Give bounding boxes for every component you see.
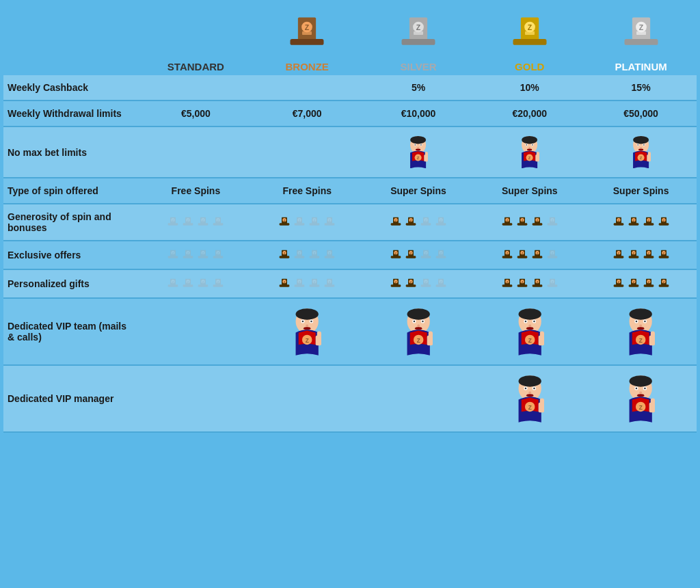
svg-rect-153 <box>280 256 290 258</box>
gold-header: Z GOLD <box>474 7 585 75</box>
svg-point-33 <box>522 136 537 144</box>
cell-7-2: Z <box>363 298 474 365</box>
rating-icons: Z Z Z Z <box>478 248 581 262</box>
svg-rect-89 <box>391 224 401 226</box>
svg-point-333 <box>630 309 652 321</box>
svg-point-300 <box>302 321 304 322</box>
svg-text:Z: Z <box>440 281 442 284</box>
svg-text:Z: Z <box>663 281 664 284</box>
svg-rect-257 <box>421 285 431 287</box>
svg-rect-237 <box>295 285 305 287</box>
svg-text:Z: Z <box>507 219 508 222</box>
rating-icons: Z Z Z Z <box>144 277 247 291</box>
svg-text:Z: Z <box>395 281 396 284</box>
cell-8-2 <box>363 365 474 432</box>
svg-text:Z: Z <box>507 252 508 255</box>
cell-1-0: €5,000 <box>140 101 252 126</box>
cell-7-0 <box>140 298 252 365</box>
svg-rect-249 <box>391 285 401 287</box>
row-label: Dedicated VIP team (mails & calls) <box>3 298 140 365</box>
svg-point-24 <box>415 144 416 146</box>
svg-rect-77 <box>295 224 305 226</box>
svg-rect-157 <box>295 256 305 258</box>
svg-point-301 <box>310 321 312 322</box>
rating-icons: Z Z Z Z <box>367 277 470 291</box>
bronze-header: Z BRONZE <box>252 7 363 75</box>
cell-2-1 <box>252 126 363 178</box>
cell-3-3: Super Spins <box>474 178 585 204</box>
svg-text:Z: Z <box>425 252 427 255</box>
tier-header-row: STANDARD Z BRONZE <box>3 7 697 75</box>
svg-text:Z: Z <box>528 156 531 160</box>
cell-3-2: Super Spins <box>363 178 474 204</box>
svg-rect-245 <box>325 285 335 287</box>
rating-icons: Z Z Z Z <box>144 215 247 229</box>
svg-point-303 <box>304 328 310 330</box>
svg-rect-253 <box>406 285 416 287</box>
svg-point-350 <box>528 392 531 394</box>
svg-text:Z: Z <box>528 23 533 31</box>
svg-text:Z: Z <box>633 281 634 284</box>
svg-text:Z: Z <box>172 219 174 222</box>
svg-rect-331 <box>539 332 543 338</box>
rating-icons: Z Z Z Z <box>256 277 359 291</box>
cell-2-0 <box>140 126 252 178</box>
svg-rect-367 <box>651 399 655 405</box>
svg-text:Z: Z <box>314 281 315 284</box>
cell-6-4: Z Z Z Z <box>585 269 697 298</box>
svg-text:Z: Z <box>618 252 619 255</box>
svg-text:Z: Z <box>537 281 538 284</box>
svg-text:Z: Z <box>633 252 634 255</box>
svg-rect-221 <box>183 285 193 287</box>
svg-rect-145 <box>198 256 208 258</box>
svg-point-49 <box>643 144 645 146</box>
table-row: Personalized gifts Z Z Z Z Z Z Z <box>3 269 697 298</box>
svg-text:Z: Z <box>425 281 427 284</box>
svg-text:Z: Z <box>284 219 285 222</box>
svg-point-338 <box>640 325 643 327</box>
svg-point-315 <box>415 328 422 330</box>
svg-rect-307 <box>317 332 321 338</box>
cell-4-3: Z Z Z Z <box>474 204 585 241</box>
svg-text:Z: Z <box>648 252 649 255</box>
cell-0-3: 10% <box>474 75 585 101</box>
table-row: Generosity of spin and bonuses Z Z Z Z Z… <box>3 204 697 241</box>
svg-rect-201 <box>613 256 623 258</box>
svg-text:Z: Z <box>522 281 523 284</box>
svg-rect-319 <box>429 332 433 338</box>
svg-rect-289 <box>643 285 654 287</box>
row-label: No max bet limits <box>3 126 140 178</box>
cell-5-4: Z Z Z Z <box>585 241 697 269</box>
table-row: Exclusive offers Z Z Z Z Z Z Z <box>3 241 697 269</box>
svg-rect-109 <box>517 224 527 226</box>
svg-rect-1 <box>291 39 324 45</box>
svg-rect-161 <box>310 256 320 258</box>
cell-8-0 <box>140 365 252 432</box>
svg-text:Z: Z <box>618 219 619 222</box>
svg-rect-181 <box>436 256 446 258</box>
svg-text:Z: Z <box>187 281 189 284</box>
svg-text:Z: Z <box>202 281 204 284</box>
svg-rect-165 <box>325 256 335 258</box>
cell-6-0: Z Z Z Z <box>140 269 252 298</box>
svg-point-357 <box>630 375 652 387</box>
table-row: Dedicated VIP manager Z <box>3 365 697 432</box>
cell-0-4: 15% <box>585 75 697 101</box>
svg-text:Z: Z <box>329 281 330 284</box>
svg-rect-169 <box>391 256 401 258</box>
svg-point-351 <box>526 394 533 397</box>
svg-point-339 <box>637 328 644 330</box>
svg-text:Z: Z <box>640 156 643 160</box>
svg-point-48 <box>637 144 638 146</box>
svg-point-45 <box>633 136 649 144</box>
table-row: Weekly Cashback5%10%15% <box>3 75 697 101</box>
svg-text:Z: Z <box>314 219 315 222</box>
svg-text:Z: Z <box>217 252 219 255</box>
rating-icons: Z Z Z Z <box>589 215 692 229</box>
svg-rect-73 <box>280 224 290 226</box>
svg-text:Z: Z <box>528 337 531 344</box>
cell-5-0: Z Z Z Z <box>140 241 252 269</box>
rating-icons: Z Z Z Z <box>367 215 470 229</box>
platinum-header: Z PLATINUM <box>585 7 697 75</box>
svg-point-27 <box>416 149 420 151</box>
